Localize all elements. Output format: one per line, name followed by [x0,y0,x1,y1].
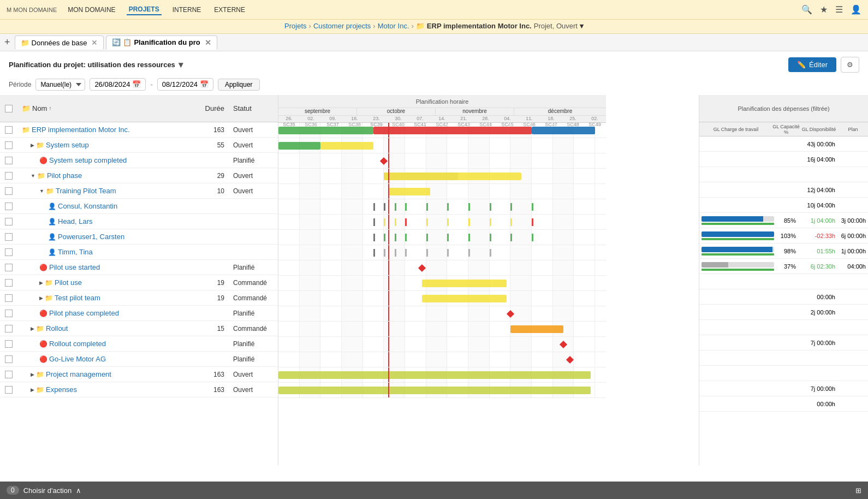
exp-plan: 1j 00:00h [837,248,866,254]
exp-hours: 2j 00:00h [798,309,835,316]
search-icon[interactable]: 🔍 [801,4,812,15]
period-label: Période [9,81,31,88]
period-select[interactable]: Manuel(le) [35,79,85,91]
today-line [388,337,389,352]
page-title-caret[interactable]: ▾ [179,60,183,70]
nav-projets[interactable]: PROJETS [127,4,162,15]
row-checkbox[interactable] [5,340,13,348]
table-row: ▶ 📁 System setup 55 Ouvert [0,138,278,153]
row-checkbox[interactable] [5,126,13,134]
exp-hours: 1j 04:00h [798,217,835,224]
expense-row: 85% 1j 04:00h 3j 00:00h [699,213,868,228]
row-name: ▼ 📁 Training Pilot Team [17,186,196,196]
gantt-bar [490,234,491,241]
expand-icon[interactable]: ▼ [31,173,35,179]
menu-icon[interactable]: ☰ [835,4,843,15]
nav-mon-domaine[interactable]: MON DOMAINE [66,5,117,15]
table-row: 👤 Head, Lars [0,214,278,229]
row-checkbox[interactable] [5,203,13,210]
row-name-label[interactable]: Go-Live Motor AG [49,355,106,363]
row-statut: Commandé [229,278,278,288]
sort-asc-icon[interactable]: ↑ [49,105,51,111]
expense-row: 7j 00:00h [699,381,868,396]
select-all-checkbox[interactable] [5,105,13,112]
nav-interne[interactable]: INTERNE [170,5,204,15]
row-name-label[interactable]: Head, Lars [58,217,93,225]
exp-bar-fill [701,216,763,222]
expand-icon[interactable]: ▶ [31,142,34,148]
expand-icon[interactable]: ▶ [31,372,34,377]
expand-icon[interactable]: ▼ [39,188,44,194]
tab-donnees-de-base[interactable]: 📁 Données de base ✕ [15,35,104,49]
row-type-icon: 📁 [22,126,30,134]
breadcrumb-motorinc[interactable]: Motor Inc. [378,22,409,30]
expand-icon[interactable]: ▶ [31,387,34,393]
row-name-label[interactable]: Poweruser1, Carsten [58,233,124,241]
row-checkbox[interactable] [5,141,13,149]
row-checkbox[interactable] [5,294,13,302]
row-checkbox[interactable] [5,233,13,241]
row-name-label[interactable]: Pilot phase [47,171,82,180]
row-name-label[interactable]: Pilot phase completed [49,309,119,317]
gantt-bar [373,249,375,257]
row-name-label[interactable]: Pilot use [55,278,82,287]
expand-icon[interactable]: ▶ [39,280,43,286]
page-title: Planification du projet: utilisation des… [9,60,183,70]
row-name-label[interactable]: Consul, Konstantin [58,202,117,210]
gantt-bar [405,218,407,226]
row-type-icon: 🔴 [39,310,47,317]
row-name-label[interactable]: System setup completed [49,156,127,164]
gantt-bar [468,234,470,241]
row-checkbox[interactable] [5,187,13,195]
row-name-label[interactable]: Pilot use started [49,263,100,271]
date-from-field[interactable]: 26/08/2024 📅 [90,78,146,91]
exp-plan: 04:00h [837,263,866,270]
date-to-field[interactable]: 08/12/2024 📅 [157,78,213,91]
row-checkbox[interactable] [5,248,13,256]
nav-externe[interactable]: EXTERNE [212,5,247,15]
row-name-label[interactable]: Timm, Tina [58,248,93,256]
settings-button[interactable]: ⚙ [841,57,859,73]
row-checkbox[interactable] [5,371,13,378]
row-checkbox[interactable] [5,279,13,287]
exp-hours: 6j 02:30h [798,263,835,270]
row-name-label[interactable]: Rollout completed [49,340,106,348]
row-name: ▶ 📁 Test pilot team [17,293,196,303]
row-name-label[interactable]: Project management [46,370,111,378]
week-col-5: 30.SC40 [388,116,409,122]
edit-button[interactable]: ✏️ Éditer [788,57,836,72]
row-type-icon: 🔴 [39,340,47,348]
expand-icon[interactable]: ▶ [31,326,34,331]
exp-bar-fill [701,247,772,252]
row-name-label[interactable]: Test pilot team [55,294,100,302]
header-name-col: 📁 Nom ↑ [17,102,196,115]
chevron-up-icon[interactable]: ∧ [76,486,81,495]
star-icon[interactable]: ★ [820,4,828,15]
breadcrumb-customer[interactable]: Customer projects [313,22,371,30]
row-name-label[interactable]: Training Pilot Team [56,187,116,195]
row-checkbox[interactable] [5,325,13,332]
tab-add-button[interactable]: + [4,37,10,48]
row-name-label[interactable]: ERP implementation Motor Inc. [32,126,130,134]
row-checkbox[interactable] [5,264,13,271]
user-avatar[interactable]: 👤 [851,4,861,15]
tab-close-0[interactable]: ✕ [91,38,98,47]
expand-icon[interactable]: ▶ [39,295,43,301]
row-checkbox[interactable] [5,157,13,164]
row-checkbox[interactable] [5,386,13,394]
row-checkbox[interactable] [5,172,13,180]
row-checkbox[interactable] [5,355,13,363]
row-name: ▶ 📁 Project management [17,369,196,379]
row-checkbox[interactable] [5,310,13,317]
row-name-label[interactable]: Rollout [46,324,68,332]
row-checkbox[interactable] [5,218,13,225]
expense-row: 00:00h [699,396,868,412]
row-name-label[interactable]: Expenses [46,385,77,394]
row-name-label[interactable]: System setup [46,141,89,149]
apply-button[interactable]: Appliquer [218,79,260,91]
tab-planification[interactable]: 🔄 📋 Planification du pro ✕ [106,35,217,50]
gantt-bar [447,203,449,211]
tab-close-1[interactable]: ✕ [205,38,211,47]
breadcrumb-projets[interactable]: Projets [284,22,306,30]
row-duree: 15 [196,324,229,334]
